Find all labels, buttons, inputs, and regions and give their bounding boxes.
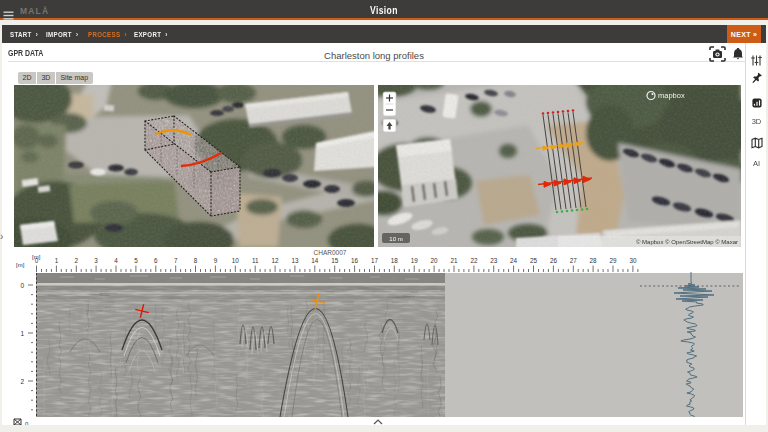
svg-text:mapbox: mapbox [658, 91, 685, 100]
svg-text:0: 0 [35, 257, 39, 264]
svg-text:20: 20 [431, 257, 439, 264]
svg-text:CHAR0007: CHAR0007 [314, 249, 347, 256]
svg-text:26: 26 [550, 257, 558, 264]
svg-text:14: 14 [311, 257, 319, 264]
svg-text:11: 11 [252, 257, 259, 264]
svg-text:29: 29 [609, 257, 617, 264]
svg-text:22: 22 [470, 257, 478, 264]
svg-text:8: 8 [194, 257, 198, 264]
svg-text:24: 24 [510, 257, 518, 264]
svg-text:2: 2 [20, 378, 24, 385]
svg-text:18: 18 [391, 257, 399, 264]
svg-text:9: 9 [214, 257, 218, 264]
svg-text:27: 27 [570, 257, 578, 264]
svg-text:[m]: [m] [16, 262, 25, 268]
svg-text:12: 12 [272, 257, 280, 264]
svg-text:© Mapbox © OpenStreetMap © Max: © Mapbox © OpenStreetMap © Maxar [636, 239, 738, 245]
svg-text:25: 25 [530, 257, 538, 264]
svg-text:2: 2 [75, 257, 79, 264]
svg-text:7: 7 [174, 257, 178, 264]
svg-text:6: 6 [154, 257, 158, 264]
svg-text:1: 1 [20, 330, 24, 337]
svg-text:15: 15 [331, 257, 339, 264]
svg-text:1: 1 [55, 257, 59, 264]
svg-text:28: 28 [590, 257, 598, 264]
svg-text:23: 23 [490, 257, 498, 264]
svg-text:19: 19 [411, 257, 419, 264]
svg-text:0: 0 [25, 421, 29, 425]
svg-text:10: 10 [232, 257, 240, 264]
svg-text:5: 5 [134, 257, 138, 264]
svg-text:4: 4 [114, 257, 118, 264]
svg-text:10 m: 10 m [389, 236, 402, 242]
svg-text:13: 13 [291, 257, 299, 264]
svg-text:21: 21 [450, 257, 458, 264]
svg-text:30: 30 [629, 257, 637, 264]
svg-text:17: 17 [371, 257, 379, 264]
svg-text:16: 16 [351, 257, 359, 264]
svg-text:0: 0 [20, 282, 24, 289]
svg-text:3: 3 [94, 257, 98, 264]
